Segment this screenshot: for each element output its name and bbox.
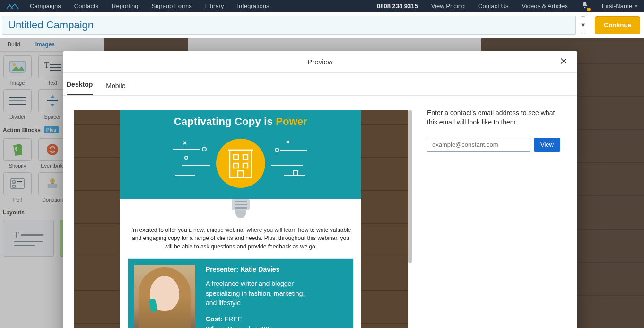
svg-rect-43 (235, 204, 247, 205)
close-icon[interactable] (559, 57, 570, 67)
presenter-bio: A freelance writer and blogger specializ… (206, 279, 310, 308)
preview-modal: Preview Desktop Mobile Captivating Copy … (63, 51, 577, 328)
email-preview-frame[interactable]: Captivating Copy is Power (74, 110, 408, 328)
email-hero-title: Captivating Copy is Power (125, 115, 357, 128)
title-bar: Untitled Campaign ▾ Continue (0, 12, 644, 38)
workspace: Build Images Image T Text Divider Spacer… (0, 38, 644, 328)
presenter-box: Presenter: Katie Davies A freelance writ… (128, 258, 354, 328)
nav-campaigns[interactable]: Campaigns (30, 2, 61, 9)
svg-point-30 (275, 148, 279, 152)
preview-scrollbar[interactable] (408, 110, 412, 328)
notifications-badge (587, 8, 591, 11)
nav-library[interactable]: Library (205, 2, 224, 9)
email-lead-text: I'm excited to offer you a new, unique w… (120, 220, 361, 256)
chevron-down-icon: ▾ (581, 20, 585, 29)
bulb-base-icon (120, 199, 361, 220)
chevron-down-icon: ▾ (635, 3, 637, 9)
nav-pricing[interactable]: View Pricing (431, 2, 465, 9)
presenter-name: Presenter: Katie Davies (206, 265, 310, 274)
nav-contact-us[interactable]: Contact Us (478, 2, 508, 9)
email-card: Captivating Copy is Power (120, 110, 361, 328)
nav-reporting[interactable]: Reporting (112, 2, 138, 9)
svg-point-25 (202, 147, 206, 151)
nav-contacts[interactable]: Contacts (74, 2, 98, 9)
tab-desktop[interactable]: Desktop (67, 74, 93, 95)
brand-logo[interactable] (0, 3, 26, 9)
presenter-when: When: December 28th (206, 324, 310, 328)
notifications-icon[interactable] (581, 1, 589, 10)
user-name: First-Name (602, 2, 632, 9)
svg-rect-33 (293, 171, 298, 176)
nav-phone: 0808 234 9315 (377, 2, 418, 9)
svg-point-28 (185, 156, 188, 159)
status-dropdown[interactable]: ▾ (581, 16, 585, 34)
presenter-cost: Cost: FREE (206, 314, 310, 324)
tab-mobile[interactable]: Mobile (106, 75, 125, 95)
nav-integrations[interactable]: Integrations (237, 2, 269, 9)
svg-rect-42 (235, 201, 247, 202)
preview-email-input[interactable] (427, 138, 530, 152)
nav-videos-articles[interactable]: Videos & Articles (522, 2, 567, 9)
scrollbar-thumb[interactable] (408, 110, 412, 263)
lightbulb-icon (125, 128, 357, 203)
view-button[interactable]: View (534, 138, 560, 152)
svg-rect-44 (235, 207, 247, 209)
preview-column: Captivating Copy is Power (63, 96, 417, 328)
modal-title: Preview (307, 58, 332, 66)
user-menu[interactable]: First-Name ▾ (602, 2, 637, 9)
nav-signup-forms[interactable]: Sign-up Forms (151, 2, 191, 9)
preview-hint: Enter a contact's email address to see w… (427, 108, 560, 127)
campaign-name-input[interactable]: Untitled Campaign (2, 16, 576, 35)
presenter-photo (134, 265, 195, 328)
top-nav: Campaigns Contacts Reporting Sign-up For… (0, 0, 644, 12)
svg-point-34 (216, 139, 265, 188)
preview-side-panel: Enter a contact's email address to see w… (417, 96, 577, 328)
continue-button[interactable]: Continue (595, 16, 640, 34)
